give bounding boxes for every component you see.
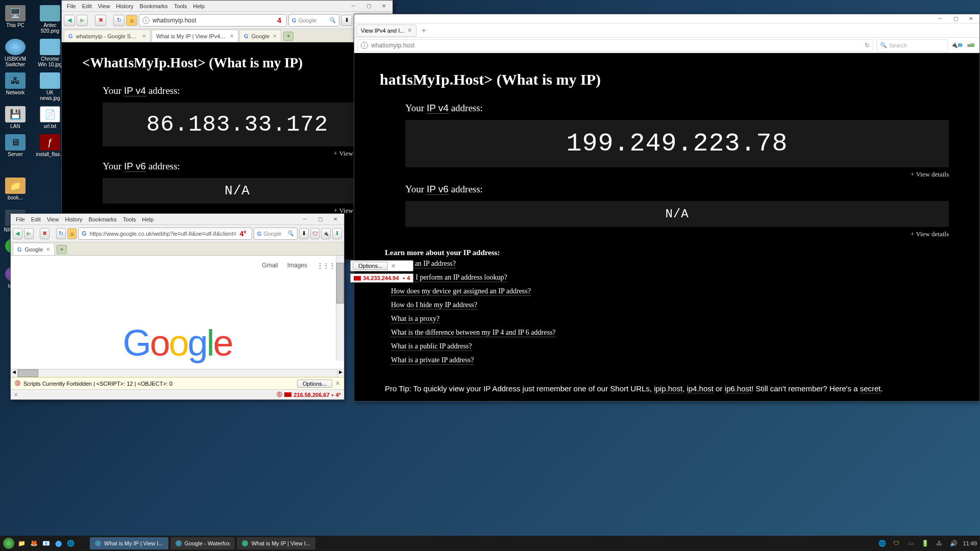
menu-bookmarks[interactable]: Bookmarks	[140, 3, 168, 9]
close-icon[interactable]: ✕	[391, 263, 396, 269]
view-details-link[interactable]: + View details	[103, 149, 372, 158]
search-input[interactable]: G Google 🔍	[288, 14, 339, 27]
desktop-icon[interactable]: 📄url.txt	[37, 106, 63, 129]
menu-edit[interactable]: Edit	[31, 216, 41, 222]
tray-icon[interactable]: ▭	[905, 538, 916, 548]
learn-link[interactable]: What is a public IP address?	[391, 342, 472, 351]
short-url-link[interactable]: ipip.host	[654, 384, 682, 393]
menu-file[interactable]: File	[16, 216, 25, 222]
menu-history[interactable]: History	[116, 3, 133, 9]
url-input[interactable]: i whatismyip.host ↻	[357, 39, 873, 52]
desktop-icon[interactable]: 📁book...	[3, 178, 28, 201]
status-ip-text[interactable]: 216.58.206.67	[293, 392, 329, 398]
desktop-icon[interactable]: Chrome Win 10.jpg	[37, 39, 63, 67]
download-icon[interactable]: ⬇	[299, 228, 309, 239]
forward-button[interactable]: ▶	[24, 228, 34, 239]
start-button[interactable]	[3, 538, 14, 549]
back-button[interactable]: ◀	[64, 15, 75, 26]
minimize-button[interactable]: ─	[936, 15, 945, 22]
tab-close-icon[interactable]: ✕	[273, 33, 277, 39]
extension-icon[interactable]: ⬇	[332, 228, 342, 239]
learn-link[interactable]: What is a proxy?	[391, 315, 439, 323]
view-details-link[interactable]: + View details	[405, 170, 949, 179]
home-button[interactable]: ⌂	[126, 15, 137, 26]
desktop-icon[interactable]: Antec 920.png	[37, 5, 63, 34]
tray-battery-icon[interactable]: 🔋	[920, 538, 930, 548]
stop-button[interactable]: ✖	[40, 228, 50, 239]
minimize-button[interactable]: ─	[300, 216, 309, 223]
desktop-icon-lan[interactable]: 💾LAN	[3, 106, 28, 129]
new-tab-button[interactable]: +	[418, 26, 430, 35]
tray-network-icon[interactable]: 🖧	[934, 538, 944, 548]
short-url-link[interactable]: ip4.host	[687, 384, 714, 393]
tab-close-icon[interactable]: ✕	[46, 246, 50, 252]
search-icon[interactable]: 🔍	[287, 230, 294, 237]
close-button[interactable]: ✕	[331, 216, 340, 223]
new-tab-button[interactable]: +	[57, 245, 67, 254]
tab-active[interactable]: GGoogle✕	[13, 243, 55, 255]
menu-help[interactable]: Help	[193, 3, 205, 9]
taskbar-item[interactable]: Google - Waterfox	[170, 537, 235, 549]
download-icon[interactable]: ⬇	[341, 15, 352, 26]
home-button[interactable]: ⌂	[67, 228, 77, 239]
taskbar-item[interactable]: What is My IP | View I...	[237, 537, 315, 549]
taskbar-pin-icon[interactable]: 🦊	[29, 538, 39, 548]
maximize-button[interactable]: ▢	[364, 3, 373, 10]
tab[interactable]: GGoogle✕	[239, 30, 281, 42]
short-url-link[interactable]: ip6.host	[725, 384, 752, 393]
close-button[interactable]: ✕	[379, 3, 388, 10]
learn-link[interactable]: What is a private IP address?	[391, 356, 474, 365]
learn-link[interactable]: How does my device get assigned an IP ad…	[391, 287, 531, 296]
search-input[interactable]: 🔍 Search	[876, 39, 948, 52]
desktop-icon-this-pc[interactable]: 🖥️This PC	[3, 5, 28, 34]
secret-link[interactable]: secret	[860, 384, 881, 393]
options-button[interactable]: Options...	[297, 380, 332, 388]
reload-icon[interactable]: ↻	[865, 42, 870, 49]
learn-link[interactable]: How do I hide my IP address?	[391, 301, 477, 310]
tab-active[interactable]: View IPv4 and I... ✕	[356, 24, 416, 37]
tab-close-icon[interactable]: ✕	[230, 33, 234, 39]
url-input[interactable]: G https://www.google.co.uk/webhp?ie=utf-…	[78, 228, 252, 240]
menu-help[interactable]: Help	[142, 216, 154, 222]
reload-button[interactable]: ↻	[113, 15, 125, 26]
stop-button[interactable]: ✖	[95, 15, 106, 26]
extension-icon[interactable]: 🔌	[321, 228, 331, 239]
desktop-icon[interactable]: ƒinstall_flas...	[37, 134, 63, 157]
new-tab-button[interactable]: +	[283, 32, 293, 41]
site-info-icon[interactable]: i	[361, 42, 368, 49]
taskbar-pin-icon[interactable]: 📁	[16, 538, 27, 548]
tab-active[interactable]: What is My IP | View IPv4 and IPv6✕	[152, 30, 238, 42]
minimize-button[interactable]: ─	[349, 3, 358, 10]
maximize-button[interactable]: ▢	[951, 15, 960, 22]
tray-shield-icon[interactable]: 🛡	[891, 538, 901, 548]
tray-volume-icon[interactable]: 🔊	[948, 538, 959, 548]
menu-history[interactable]: History	[65, 216, 82, 222]
menu-bookmarks[interactable]: Bookmarks	[89, 216, 117, 222]
tab-close-icon[interactable]: ✕	[407, 27, 412, 34]
close-button[interactable]: ✕	[966, 15, 975, 22]
close-icon[interactable]: ✕	[14, 392, 18, 397]
back-button[interactable]: ◀	[13, 228, 22, 239]
close-icon[interactable]: ✕	[335, 380, 340, 387]
reload-button[interactable]: ↻	[56, 228, 66, 239]
menu-edit[interactable]: Edit	[82, 3, 92, 9]
site-info-icon[interactable]: i	[142, 17, 150, 24]
tab-close-icon[interactable]: ✕	[142, 33, 146, 39]
vertical-scrollbar[interactable]	[336, 256, 344, 361]
menu-view[interactable]: View	[98, 3, 110, 9]
desktop-icon-network[interactable]: 🖧Network	[3, 72, 28, 101]
horizontal-scrollbar[interactable]: ◀ ▶	[11, 369, 344, 377]
menu-tools[interactable]: Tools	[123, 216, 136, 222]
ublock-icon[interactable]: 🛡	[310, 228, 320, 239]
view-details-link[interactable]: + View details	[405, 230, 949, 238]
menu-icon[interactable]: ≡5	[965, 40, 976, 51]
options-button[interactable]: Options...	[353, 262, 388, 270]
desktop-icon[interactable]: UK news.jpg	[37, 72, 63, 101]
taskbar-pin-icon[interactable]: ⬤	[53, 538, 63, 548]
search-icon[interactable]: 🔍	[329, 17, 336, 23]
taskbar-item[interactable]: What is My IP | View I...	[90, 537, 168, 549]
ip-indicator[interactable]: 34.233.244.94 • 4	[350, 273, 413, 283]
menu-file[interactable]: File	[67, 3, 76, 9]
gmail-link[interactable]: Gmail	[262, 262, 278, 270]
search-input[interactable]: G Google 🔍	[254, 228, 298, 240]
